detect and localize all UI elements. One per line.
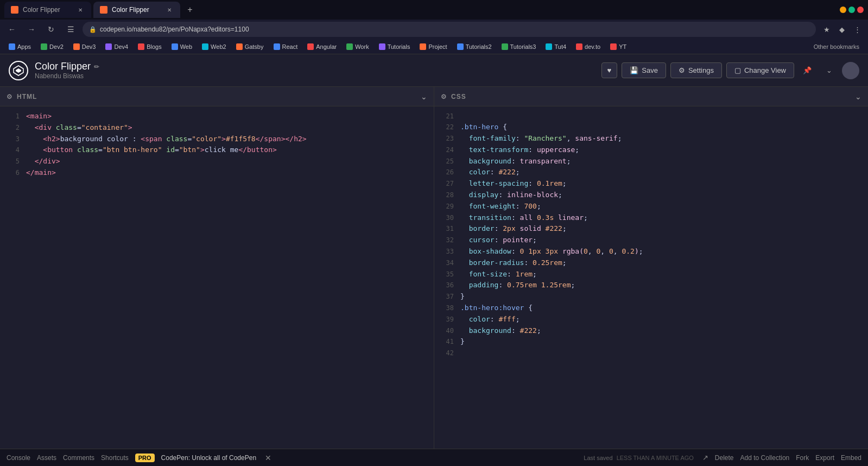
settings-icon: ⚙	[679, 66, 685, 74]
css-line-39: 39 color: #fff;	[434, 314, 868, 325]
reload-button[interactable]: ↻	[43, 22, 59, 37]
change-view-button[interactable]: ▢ Change View	[726, 62, 794, 78]
bookmark-label-angular: Angular	[316, 43, 337, 50]
back-button[interactable]: ←	[4, 22, 20, 37]
css-panel-title: CSS	[451, 93, 466, 100]
bookmark-project[interactable]: Project	[415, 42, 451, 51]
bookmark-icon-devto	[576, 43, 582, 50]
fork-button[interactable]: Fork	[796, 454, 809, 462]
bookmark-icon-dev4	[105, 43, 112, 50]
tab-2[interactable]: Color Flipper ✕	[93, 2, 180, 18]
assets-button[interactable]: Assets	[37, 454, 56, 462]
html-code-area[interactable]: 1 <main> 2 <div class="container"> 3 <h2…	[0, 106, 434, 449]
bookmark-dev3[interactable]: Dev3	[69, 42, 100, 51]
pro-badge[interactable]: PRO	[135, 454, 155, 462]
bookmark-label-dev4: Dev4	[114, 43, 128, 50]
css-line-38: 38 .btn-hero:hover {	[434, 303, 868, 314]
css-line-30: 30 transition: all 0.3s linear;	[434, 212, 868, 224]
export-button[interactable]: Export	[815, 454, 834, 462]
pen-title-text: Color Flipper	[35, 61, 91, 72]
save-status: Last saved LESS THAN A MINUTE AGO	[584, 455, 696, 461]
bookmark-icon-tutorials	[379, 43, 385, 50]
bookmark-icon-apps	[9, 43, 15, 50]
html-panel-title: HTML	[17, 93, 37, 100]
bookmark-dev2[interactable]: Dev2	[36, 42, 68, 51]
other-bookmarks[interactable]: Other bookmarks	[809, 42, 864, 51]
bookmark-icon-dev3	[73, 43, 80, 50]
delete-button[interactable]: Delete	[715, 454, 734, 462]
bookmark-icon-gatsby	[236, 43, 243, 50]
bookmark-tutorials[interactable]: Tutorials	[375, 42, 415, 51]
html-settings-icon[interactable]: ⚙	[7, 93, 12, 100]
bookmark-angular[interactable]: Angular	[303, 42, 341, 51]
html-line-3: 3 <h2>background color : <span class="co…	[0, 134, 434, 145]
bookmark-tut4[interactable]: Tut4	[541, 42, 571, 51]
bookmark-label-tutorials: Tutorials	[388, 43, 410, 50]
maximize-button[interactable]	[848, 7, 855, 13]
edit-title-icon[interactable]: ✏	[94, 63, 99, 71]
more-options-button[interactable]: ⌄	[820, 62, 838, 79]
css-line-28: 28 display: inline-block;	[434, 190, 868, 201]
bookmark-label-blogs: Blogs	[147, 43, 162, 50]
tab-label-1: Color Flipper	[23, 6, 72, 14]
css-line-34: 34 border-radius: 0.25rem;	[434, 257, 868, 269]
new-tab-button[interactable]: +	[182, 2, 198, 17]
home-button[interactable]: ☰	[63, 22, 78, 37]
settings-button[interactable]: ⚙ Settings	[670, 62, 722, 78]
bookmark-dev4[interactable]: Dev4	[101, 42, 132, 51]
tab-close-2[interactable]: ✕	[165, 5, 174, 14]
bookmark-label-apps: Apps	[17, 43, 31, 50]
pen-author: Nabendu Biswas	[35, 72, 595, 80]
css-collapse-button[interactable]: ⌄	[855, 92, 861, 101]
bookmark-devto[interactable]: dev.to	[572, 42, 605, 51]
pin-button[interactable]: 📌	[799, 62, 816, 79]
bookmark-icon-blogs	[138, 43, 144, 50]
bookmark-web[interactable]: Web	[167, 42, 197, 51]
shortcuts-button[interactable]: Shortcuts	[101, 454, 129, 462]
bookmark-icon-web2	[202, 43, 208, 50]
bookmark-label-dev2: Dev2	[49, 43, 64, 50]
css-line-31: 31 border: 2px solid #222;	[434, 223, 868, 235]
embed-button[interactable]: Embed	[841, 454, 861, 462]
pro-text[interactable]: CodePen: Unlock all of CodePen	[161, 454, 256, 462]
minimize-button[interactable]	[840, 7, 846, 13]
comments-button[interactable]: Comments	[63, 454, 94, 462]
css-code-area[interactable]: 21 22 .btn-hero { 23 font-family: "Ranch…	[434, 106, 868, 449]
bookmark-react[interactable]: React	[269, 42, 302, 51]
tab-close-1[interactable]: ✕	[76, 5, 85, 14]
bookmark-label-yt: YT	[619, 43, 626, 50]
html-collapse-button[interactable]: ⌄	[421, 92, 427, 101]
console-button[interactable]: Console	[7, 454, 30, 462]
bookmark-icon-project	[420, 43, 426, 50]
menu-button[interactable]: ⋮	[851, 23, 864, 36]
other-bookmarks-label: Other bookmarks	[814, 43, 859, 50]
bookmark-tutorials3[interactable]: Tutorials3	[497, 42, 541, 51]
forward-button[interactable]: →	[24, 22, 39, 37]
bookmark-icon-yt	[610, 43, 617, 50]
add-collection-button[interactable]: Add to Collection	[740, 454, 790, 462]
bookmark-gatsby[interactable]: Gatsby	[232, 42, 268, 51]
save-button[interactable]: 💾 Save	[622, 62, 666, 78]
title-block: Color Flipper ✏ Nabendu Biswas	[35, 61, 595, 80]
bookmark-icon-angular	[307, 43, 314, 50]
css-line-40: 40 background: #222;	[434, 325, 868, 337]
heart-button[interactable]: ♥	[601, 62, 618, 78]
bookmark-apps[interactable]: Apps	[4, 42, 35, 51]
bookmark-blogs[interactable]: Blogs	[134, 42, 166, 51]
tab-1[interactable]: Color Flipper ✕	[4, 2, 91, 18]
bookmark-yt[interactable]: YT	[606, 42, 631, 51]
css-line-42: 42	[434, 348, 868, 358]
editor-area: ⚙ HTML ⌄ 1 <main> 2 <div class="containe…	[0, 87, 868, 449]
close-pro-banner[interactable]: ✕	[265, 454, 271, 462]
url-bar[interactable]: 🔒 codepen.io/nabendu82/pen/PoNapxa?edito…	[83, 22, 816, 37]
export-icon[interactable]: ↗	[702, 454, 708, 462]
bookmark-icon[interactable]: ★	[820, 23, 833, 36]
bookmark-web2[interactable]: Web2	[198, 42, 231, 51]
css-settings-icon[interactable]: ⚙	[441, 93, 447, 100]
user-avatar[interactable]	[842, 62, 859, 79]
bookmark-work[interactable]: Work	[342, 42, 373, 51]
bookmark-tutorials2[interactable]: Tutorials2	[453, 42, 496, 51]
codepen-logo[interactable]	[9, 61, 28, 80]
extensions-button[interactable]: ◆	[835, 23, 848, 36]
close-button[interactable]	[857, 7, 864, 13]
